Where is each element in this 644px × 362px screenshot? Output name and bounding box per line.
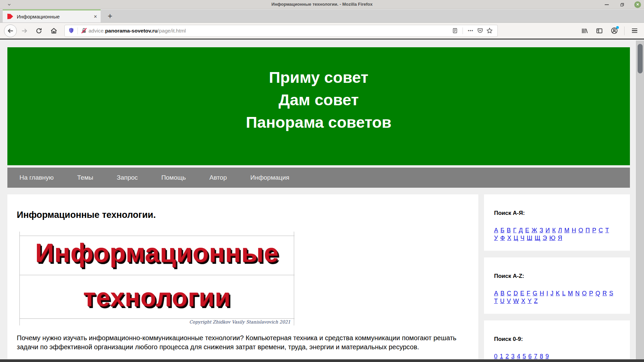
maximize-button[interactable] [619, 1, 626, 8]
letter-link[interactable]: Я [558, 234, 562, 242]
letter-link[interactable]: Ф [500, 234, 505, 242]
letter-link[interactable]: Д [519, 227, 523, 234]
home-button[interactable] [48, 25, 59, 36]
new-tab-button[interactable]: + [104, 9, 116, 22]
minimize-icon [605, 4, 609, 5]
letter-link[interactable]: В [507, 227, 511, 234]
letter-link[interactable]: Т [605, 227, 609, 234]
menu-item[interactable]: На главную [19, 174, 54, 181]
letter-link[interactable]: Ц [514, 234, 518, 242]
page-actions-button[interactable]: ••• [466, 28, 475, 33]
letter-link[interactable]: Г [513, 227, 517, 234]
digit-link[interactable]: 6 [528, 353, 532, 359]
letter-link[interactable]: Q [595, 290, 600, 297]
minimize-button[interactable] [603, 1, 610, 8]
reload-button[interactable] [34, 25, 44, 36]
sidebars-icon [596, 27, 603, 34]
letter-link[interactable]: E [520, 290, 524, 297]
letter-link[interactable]: B [500, 290, 504, 297]
digit-link[interactable]: 5 [523, 353, 526, 359]
letter-link[interactable]: C [507, 290, 511, 297]
letter-link[interactable]: А [494, 227, 498, 234]
letter-link[interactable]: Б [500, 227, 504, 234]
digit-link[interactable]: 2 [505, 353, 509, 359]
letter-link[interactable]: П [586, 227, 590, 234]
letter-link[interactable]: R [602, 290, 607, 297]
digit-link[interactable]: 0 [494, 353, 497, 359]
pocket-button[interactable] [475, 27, 485, 34]
url-text[interactable]: advice.panorama-sovetov.ru/page/it.html [89, 28, 186, 34]
letter-link[interactable]: V [507, 297, 511, 305]
menu-item[interactable]: Темы [77, 174, 93, 181]
letter-link[interactable]: Э [543, 234, 547, 242]
close-button[interactable]: ✕ [634, 1, 641, 8]
menu-item[interactable]: Помощь [161, 174, 186, 181]
back-button[interactable] [4, 24, 17, 37]
scrollbar-thumb[interactable] [638, 44, 643, 73]
letter-link[interactable]: P [589, 290, 593, 297]
tab-close-icon[interactable]: ✕ [94, 14, 97, 19]
letter-link[interactable]: T [494, 297, 498, 305]
letter-link[interactable]: И [545, 227, 550, 234]
letter-link[interactable]: К [552, 227, 556, 234]
letter-link[interactable]: Х [507, 234, 511, 242]
letter-link[interactable]: O [582, 290, 587, 297]
letter-link[interactable]: Ю [549, 234, 555, 242]
letter-link[interactable]: Л [558, 227, 562, 234]
letter-link[interactable]: M [568, 290, 573, 297]
menu-item[interactable]: Автор [209, 174, 227, 181]
menu-item[interactable]: Запрос [117, 174, 138, 181]
sidebars-button[interactable] [595, 26, 604, 36]
letter-link[interactable]: A [494, 290, 498, 297]
letter-link[interactable]: Н [572, 227, 576, 234]
letter-link[interactable]: D [514, 290, 518, 297]
letter-link[interactable]: X [521, 297, 525, 305]
letter-link[interactable]: Ж [532, 227, 537, 234]
menu-item[interactable]: Информация [250, 174, 289, 181]
account-button[interactable] [609, 26, 619, 36]
scrollbar[interactable] [636, 41, 644, 359]
letter-link[interactable]: Е [525, 227, 529, 234]
digit-link[interactable]: 7 [534, 353, 537, 359]
digit-link[interactable]: 9 [545, 353, 549, 359]
letter-link[interactable]: М [565, 227, 570, 234]
digit-link[interactable]: 8 [540, 353, 543, 359]
letter-link[interactable]: I [546, 290, 548, 297]
letter-link[interactable]: Щ [535, 234, 540, 242]
letter-link[interactable]: J [550, 290, 553, 297]
tracking-protection-shield-icon[interactable] [68, 27, 74, 34]
digit-link[interactable]: 3 [511, 353, 515, 359]
letter-link[interactable]: G [533, 290, 537, 297]
reader-mode-button[interactable] [450, 28, 460, 34]
toolbar-right-cluster [580, 26, 641, 36]
letter-link[interactable]: F [527, 290, 530, 297]
letter-link[interactable]: З [539, 227, 543, 234]
letter-link[interactable]: Р [592, 227, 596, 234]
letter-link[interactable]: H [540, 290, 544, 297]
letter-link[interactable]: Ш [527, 234, 532, 242]
letter-link[interactable]: Ч [520, 234, 524, 242]
digit-link[interactable]: 4 [517, 353, 520, 359]
search-card-cyrillic: Поиск А-Я: АБВГДЕЖЗИКЛМНОПРСТ УФХЦЧШЩЭЮЯ [484, 194, 630, 251]
letter-link[interactable]: У [494, 234, 498, 242]
letter-link[interactable]: Z [534, 297, 538, 305]
url-bar[interactable]: advice.panorama-sovetov.ru/page/it.html … [64, 25, 498, 37]
letter-link[interactable]: О [579, 227, 583, 234]
window-titlebar[interactable]: Информационные технологии. - Mozilla Fir… [0, 0, 644, 9]
letter-link[interactable]: K [556, 290, 560, 297]
digit-link[interactable]: 1 [500, 353, 503, 359]
insecure-lock-icon[interactable] [81, 27, 87, 34]
bookmark-star-button[interactable] [485, 27, 494, 34]
home-icon [50, 27, 57, 34]
forward-button[interactable] [19, 26, 30, 36]
letter-link[interactable]: U [500, 297, 504, 305]
letter-link[interactable]: Y [528, 297, 532, 305]
letter-link[interactable]: L [562, 290, 566, 297]
letter-link[interactable]: S [609, 290, 613, 297]
menu-button[interactable] [630, 26, 639, 36]
letter-link[interactable]: С [599, 227, 603, 234]
letter-link[interactable]: N [575, 290, 580, 297]
letter-link[interactable]: W [513, 297, 519, 305]
library-button[interactable] [580, 26, 589, 36]
tab-informacionnye[interactable]: Информационные ✕ [3, 9, 101, 22]
